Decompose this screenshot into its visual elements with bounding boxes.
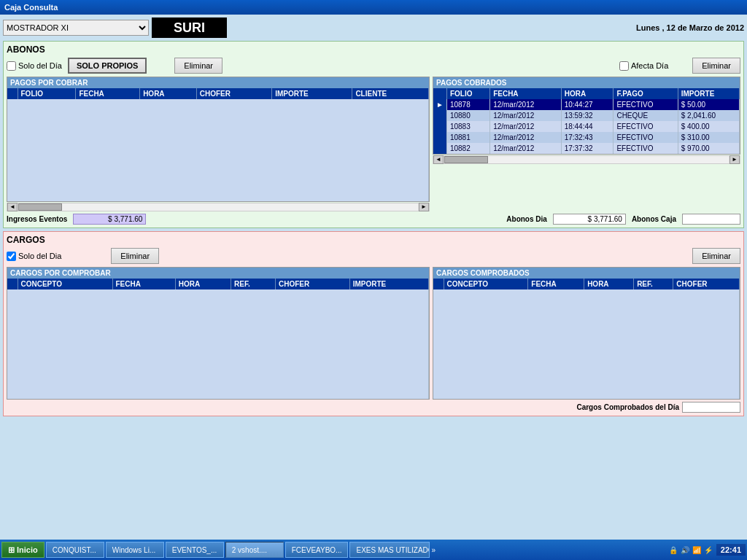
row-arrow [433,121,446,132]
row-folio: 10880 [446,110,489,121]
col-arrow [7,88,18,99]
col-fecha: FECHA [76,88,140,99]
top-bar: MOSTRADOR XI SURI Lunes , 12 de Marzo de… [3,18,744,38]
taskbar-right: 🔒 🔊 📶 ⚡ 22:41 [668,544,746,556]
row-importe: $ 400.00 [678,121,739,132]
cargos-solo-del-dia-checkbox[interactable] [7,252,16,261]
pagos-cobrados-panel: PAGOS COBRADOS FOLIO FECHA HORA F.PAGO I… [433,77,740,211]
cargos-comprobados-body [433,289,740,399]
row-importe: $ 50.00 [678,99,739,110]
pagos-cobrar-scrollbar[interactable]: ◄ ► [7,203,430,211]
taskbar-item-exes[interactable]: EXES MAS UTILIZADOS [349,542,430,558]
table-row[interactable]: 10880 12/mar/2012 13:59:32 CHEQUE $ 2,04… [433,110,740,121]
cargos-eliminar-button-2[interactable]: Eliminar [692,248,740,264]
table-row[interactable]: 10882 12/mar/2012 17:37:32 EFECTIVO $ 97… [433,143,740,154]
row-hora: 18:44:44 [561,121,614,132]
cargos-comprobados-dia-input[interactable] [682,402,740,413]
col-folio: FOLIO [446,88,489,99]
windows-logo: ⊞ [8,545,15,555]
col-concepto: CONCEPTO [18,279,112,289]
scroll-right-btn[interactable]: ► [419,203,429,211]
solo-del-dia-label[interactable]: Solo del Día [7,61,62,71]
scroll-left-btn[interactable]: ◄ [433,155,444,164]
cargos-eliminar-button-1[interactable]: Eliminar [111,248,159,264]
tray-icon-3: 📶 [692,545,702,555]
col-fecha: FECHA [490,88,562,99]
abonos-dia-input[interactable] [553,214,626,225]
abonos-dia-label: Abonos Dia [506,215,547,223]
abonos-caja-input[interactable] [682,214,740,225]
col-hora: HORA [561,88,614,99]
taskbar-item-fceveaybo[interactable]: FCEVEAYBO... [285,542,349,558]
table-row[interactable]: ► 10878 12/mar/2012 10:44:27 EFECTIVO $ … [433,99,740,110]
start-button[interactable]: ⊞ Inicio [1,542,44,558]
col-hora: HORA [140,88,197,99]
scroll-thumb[interactable] [444,156,488,163]
abonos-totals-bar: Ingresos Eventos Abonos Dia Abonos Caja [7,214,740,225]
scroll-thumb[interactable] [18,203,62,211]
taskbar-item-eventos[interactable]: EVENTOS_... [166,542,224,558]
row-arrow [433,132,446,143]
col-concepto: CONCEPTO [444,279,528,289]
empty-row [7,99,429,201]
col-fecha: FECHA [112,279,175,289]
cargos-controls: Solo del Dia Eliminar Eliminar [7,248,740,264]
mostrador-dropdown[interactable]: MOSTRADOR XI [3,20,149,36]
table-row[interactable]: 10883 12/mar/2012 18:44:44 EFECTIVO $ 40… [433,121,740,132]
taskbar-item-label: EVENTOS_... [172,546,217,554]
row-fpago: EFECTIVO [614,121,678,132]
cargos-por-comprobar-table: CONCEPTO FECHA HORA REF. CHOFER IMPORTE [7,279,429,399]
table-row[interactable]: 10881 12/mar/2012 17:32:43 EFECTIVO $ 31… [433,132,740,143]
taskbar: ⊞ Inicio CONQUIST... Windows Li... EVENT… [0,540,747,560]
row-importe: $ 310.00 [678,132,739,143]
empty-row [433,289,740,399]
abonos-tables: PAGOS POR COBRAR FOLIO FECHA HORA CHOFER… [7,77,740,211]
cargos-comprobados-header: CARGOS COMPROBADOS [433,268,740,279]
ingresos-eventos-input[interactable] [73,214,146,225]
afecta-dia-group: Afecta Día Eliminar [619,58,740,74]
taskbar-item-windows[interactable]: Windows Li... [106,542,164,558]
abonos-caja-label: Abonos Caja [632,215,676,223]
cargos-tables: CARGOS POR COMPROBAR CONCEPTO FECHA HORA… [7,267,740,400]
row-fecha: 12/mar/2012 [490,121,562,132]
pagos-cobrados-body: ► 10878 12/mar/2012 10:44:27 EFECTIVO $ … [433,99,740,154]
row-arrow [433,143,446,154]
scroll-track[interactable] [18,203,418,211]
cargos-por-comprobar-body [7,289,429,399]
taskbar-arrow[interactable]: » [431,546,436,554]
row-folio: 10878 [446,99,489,110]
solo-del-dia-checkbox[interactable] [7,61,16,71]
pagos-cobrados-table: FOLIO FECHA HORA F.PAGO IMPORTE ► 10878 … [433,88,740,154]
solo-propios-button[interactable]: SOLO PROPIOS [68,58,147,74]
afecta-dia-label[interactable]: Afecta Día [619,61,668,71]
taskbar-item-conquist[interactable]: CONQUIST... [46,542,104,558]
scroll-left-btn[interactable]: ◄ [7,203,18,211]
cargos-solo-del-dia-label[interactable]: Solo del Dia [7,252,61,261]
title-bar-text: Caja Consulta [4,3,58,12]
cargos-comprobados-table: CONCEPTO FECHA HORA REF. CHOFER [433,279,740,399]
col-fpago: F.PAGO [614,88,678,99]
scroll-track[interactable] [444,156,729,163]
pagos-por-cobrar-table-container: PAGOS POR COBRAR FOLIO FECHA HORA CHOFER… [7,77,430,202]
suri-label: SURI [152,18,227,38]
scroll-right-btn[interactable]: ► [729,155,740,164]
pagos-cobrados-scrollbar[interactable]: ◄ ► [433,155,740,164]
abonos-title: ABONOS [7,44,740,55]
pagos-cobrados-header: PAGOS COBRADOS [433,77,740,88]
col-importe: IMPORTE [272,88,352,99]
taskbar-item-label: Windows Li... [112,546,155,554]
taskbar-item-label: EXES MAS UTILIZADOS [356,546,430,554]
date-label: Lunes , 12 de Marzo de 2012 [636,23,744,32]
col-hora: HORA [175,279,231,289]
row-arrow [433,110,446,121]
abonos-eliminar-button-2[interactable]: Eliminar [692,58,740,74]
row-importe: $ 970.00 [678,143,739,154]
pagos-por-cobrar-table: FOLIO FECHA HORA CHOFER IMPORTE CLIENTE [7,88,429,201]
abonos-eliminar-button-1[interactable]: Eliminar [174,58,222,74]
taskbar-item-vshost[interactable]: 2 vshost.... [225,542,284,558]
afecta-dia-checkbox[interactable] [619,61,629,71]
empty-row [7,289,429,399]
col-cliente: CLIENTE [352,88,429,99]
pagos-cobrados-table-container: PAGOS COBRADOS FOLIO FECHA HORA F.PAGO I… [433,77,740,155]
pagos-por-cobrar-panel: PAGOS POR COBRAR FOLIO FECHA HORA CHOFER… [7,77,430,211]
